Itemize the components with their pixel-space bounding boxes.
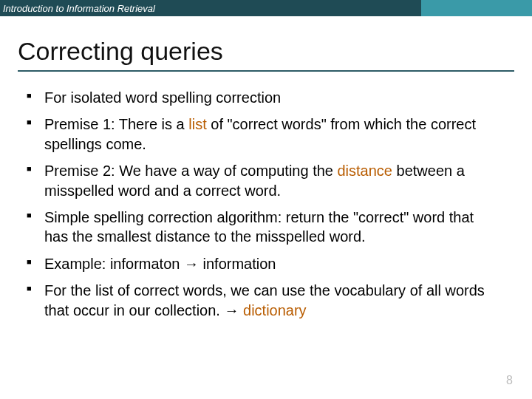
- header-bar: Introduction to Information Retrieval: [0, 0, 532, 16]
- bullet-text: Premise 2: We have a way of computing th…: [44, 163, 338, 179]
- title-rule: [18, 70, 514, 72]
- list-item: Premise 1: There is a list of "correct w…: [44, 115, 498, 154]
- bullet-text: Premise 1: There is a: [44, 116, 188, 132]
- bullet-text: Example: informaton → information: [44, 256, 276, 272]
- page-number: 8: [506, 374, 513, 387]
- list-item: Example: informaton → information: [44, 254, 498, 273]
- bullet-text: For isolated word spelling correction: [44, 89, 281, 106]
- slide-title: Correcting queries: [18, 37, 532, 66]
- list-item: For the list of correct words, we can us…: [44, 281, 498, 320]
- header-accent: [421, 0, 532, 16]
- list-item: For isolated word spelling correction: [44, 88, 498, 107]
- bullet-highlight: distance: [338, 163, 393, 179]
- slide: Introduction to Information Retrieval Co…: [0, 0, 532, 399]
- bullet-highlight: list: [188, 116, 206, 132]
- list-item: Simple spelling correction algorithm: re…: [44, 208, 498, 247]
- bullet-list: For isolated word spelling correction Pr…: [44, 88, 498, 320]
- bullet-highlight: dictionary: [243, 302, 307, 318]
- list-item: Premise 2: We have a way of computing th…: [44, 161, 498, 200]
- course-title: Introduction to Information Retrieval: [0, 1, 161, 16]
- bullet-text: Simple spelling correction algorithm: re…: [44, 209, 474, 245]
